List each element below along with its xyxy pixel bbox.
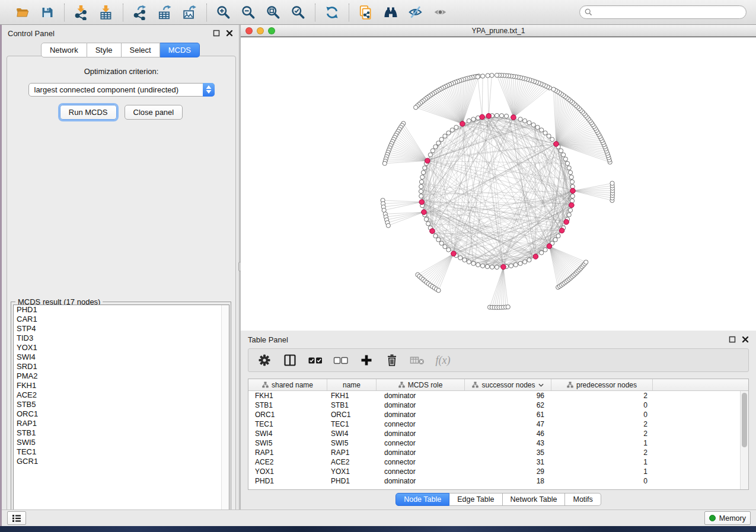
network-node[interactable] [454,125,458,129]
network-node[interactable] [433,234,438,238]
tab-edge-table[interactable]: Edge Table [449,493,502,506]
network-node[interactable] [540,128,544,132]
network-node[interactable] [499,114,503,118]
network-node[interactable] [527,258,531,262]
table-row[interactable]: PHD1PHD1dominator180 [248,476,740,486]
network-node[interactable] [419,194,423,198]
table-row[interactable]: RAP1RAP1dominator352 [248,448,740,457]
table-row[interactable]: SWI4SWI4dominator462 [248,429,740,438]
network-node[interactable] [567,213,571,217]
table-row[interactable]: STB1STB1dominator620 [248,400,740,410]
network-node[interactable] [565,161,569,165]
mcds-result-item[interactable]: RAP1 [14,419,229,428]
memory-button[interactable]: Memory [704,511,751,525]
float-panel-button[interactable] [213,30,220,37]
network-hub-node[interactable] [419,200,425,205]
network-node[interactable] [518,261,522,265]
close-panel-button-mcds[interactable]: Close panel [125,105,183,120]
network-hub-node[interactable] [425,158,430,164]
network-node[interactable] [443,134,447,138]
network-node[interactable] [481,74,485,78]
network-node[interactable] [513,262,518,267]
refresh-view-button[interactable] [321,2,343,23]
mcds-result-item[interactable]: FKH1 [14,381,229,390]
close-table-panel-button[interactable] [742,336,749,343]
network-hub-node[interactable] [554,142,559,147]
network-node[interactable] [426,222,430,226]
network-node[interactable] [428,153,432,157]
deselect-all-columns-button[interactable] [333,351,349,369]
network-hub-node[interactable] [570,188,576,194]
network-hub-node[interactable] [511,115,516,120]
table-row[interactable]: YOX1YOX1connector291 [248,467,740,476]
network-node[interactable] [570,198,574,203]
network-node[interactable] [421,171,425,175]
network-hub-node[interactable] [569,203,575,208]
mcds-result-item[interactable]: SWI4 [14,352,229,362]
show-column-panel-button[interactable] [282,351,298,369]
network-hub-node[interactable] [547,243,552,249]
table-scrollbar[interactable] [740,391,748,489]
network-node[interactable] [490,73,494,78]
network-search-field[interactable] [579,5,747,19]
tab-node-table[interactable]: Node Table [395,493,449,506]
network-node[interactable] [535,125,540,129]
hide-selected-button[interactable] [405,2,426,23]
column-header-name[interactable]: name [327,379,377,390]
tab-mcds[interactable]: MCDS [160,43,200,57]
network-node[interactable] [543,131,547,135]
table-row[interactable]: TEC1TEC1connector472 [248,419,740,429]
network-graph[interactable] [241,37,756,331]
network-node[interactable] [569,175,573,179]
delete-column-button[interactable] [384,351,400,369]
clone-network-button[interactable] [355,2,377,23]
network-node[interactable] [485,264,489,268]
network-hub-node[interactable] [501,264,506,270]
criterion-dropdown[interactable]: largest connected component (undirected) [28,83,215,97]
float-table-panel-button[interactable] [729,336,736,343]
network-node[interactable] [424,217,428,222]
network-node[interactable] [480,264,484,268]
network-node[interactable] [486,73,490,78]
network-node[interactable] [550,137,554,142]
network-node[interactable] [551,87,556,91]
network-node[interactable] [439,137,444,142]
network-node[interactable] [471,261,476,265]
network-node[interactable] [509,264,513,268]
network-node[interactable] [527,121,531,125]
table-settings-button[interactable] [257,351,272,369]
mcds-result-item[interactable]: PHD1 [14,305,229,315]
mcds-result-item[interactable]: TID3 [14,334,229,343]
table-row[interactable]: ORC1ORC1dominator610 [248,410,740,419]
network-node[interactable] [433,145,438,149]
network-node[interactable] [446,131,451,135]
network-node[interactable] [476,262,480,267]
network-node[interactable] [420,175,425,179]
mcds-result-item[interactable]: ORC1 [14,409,229,419]
network-hub-node[interactable] [559,228,564,233]
tab-style[interactable]: Style [87,43,122,57]
column-header-successor-nodes[interactable]: successor nodes [465,379,551,390]
import-table-button[interactable] [95,2,117,23]
create-column-button[interactable] [359,351,374,369]
close-panel-button[interactable] [226,30,233,37]
network-node[interactable] [562,153,566,157]
network-hub-node[interactable] [422,210,427,215]
table-row[interactable]: ACE2ACE2connector311 [248,457,740,467]
network-node[interactable] [547,134,551,138]
select-all-columns-button[interactable] [308,351,323,369]
network-node[interactable] [419,184,423,188]
network-node[interactable] [495,73,499,77]
tab-select[interactable]: Select [122,43,160,57]
network-hub-node[interactable] [533,254,538,259]
network-node[interactable] [419,180,423,184]
network-node[interactable] [553,238,557,242]
network-node[interactable] [543,248,547,252]
mcds-result-item[interactable]: CAR1 [14,315,229,324]
network-node[interactable] [476,75,480,79]
open-session-button[interactable] [12,2,33,23]
search-network-button[interactable] [380,2,401,23]
mcds-result-item[interactable]: TEC1 [14,447,229,457]
mcds-result-item[interactable]: ACE2 [14,390,229,400]
export-table-button[interactable] [154,2,176,23]
